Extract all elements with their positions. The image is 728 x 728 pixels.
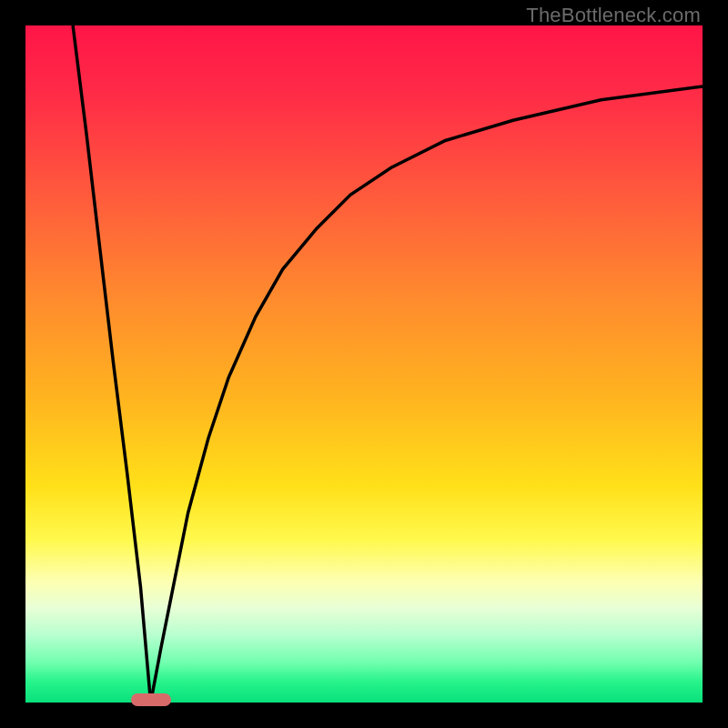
optimal-marker [131,693,171,706]
bottleneck-curve [25,25,703,703]
curve-right-branch [151,86,703,703]
plot-area [25,25,703,703]
chart-frame: TheBottleneck.com [0,0,728,728]
curve-left-branch [73,25,151,703]
watermark-text: TheBottleneck.com [526,4,701,27]
